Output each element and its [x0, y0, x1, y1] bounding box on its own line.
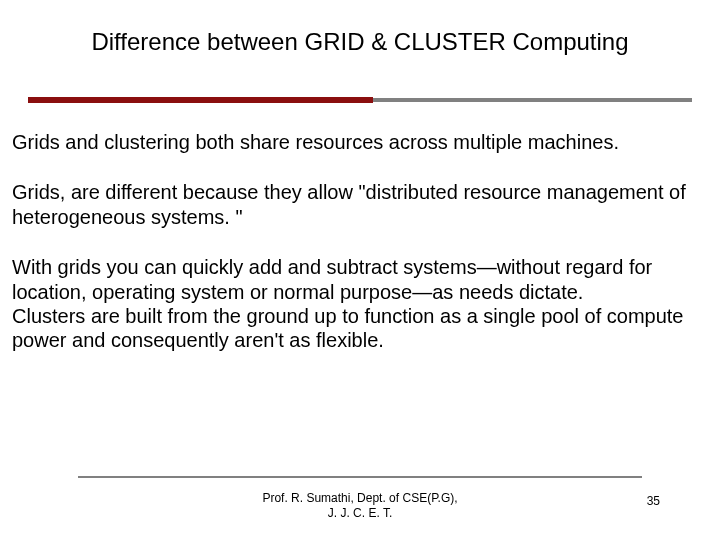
- paragraph-3b: Clusters are built from the ground up to…: [12, 305, 684, 351]
- page-number: 35: [647, 494, 660, 508]
- footer-rule: [78, 476, 642, 478]
- paragraph-3: With grids you can quickly add and subtr…: [12, 255, 708, 353]
- title-underline: [28, 98, 692, 102]
- slide-title: Difference between GRID & CLUSTER Comput…: [0, 28, 720, 56]
- slide: Difference between GRID & CLUSTER Comput…: [0, 0, 720, 540]
- paragraph-3a: With grids you can quickly add and subtr…: [12, 256, 652, 302]
- footer-line-2: J. J. C. E. T.: [328, 506, 392, 520]
- paragraph-1: Grids and clustering both share resource…: [12, 130, 708, 154]
- footer-line-1: Prof. R. Sumathi, Dept. of CSE(P.G),: [262, 491, 457, 505]
- title-underline-accent: [28, 97, 373, 103]
- slide-body: Grids and clustering both share resource…: [12, 130, 708, 353]
- footer-center: Prof. R. Sumathi, Dept. of CSE(P.G), J. …: [0, 491, 720, 522]
- paragraph-2: Grids, are different because they allow …: [12, 180, 708, 229]
